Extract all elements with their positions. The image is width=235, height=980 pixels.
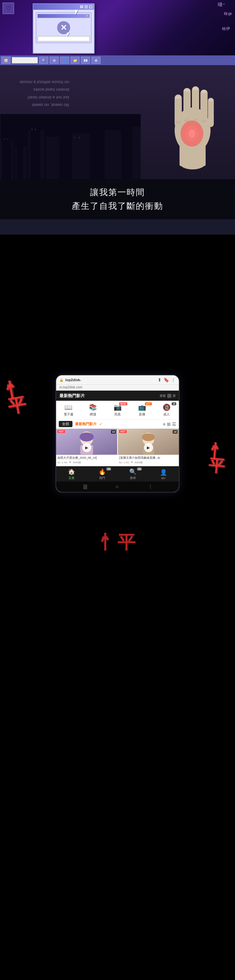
start-icon: 🪟 [4,59,8,62]
manga-section: No sweat, no sweet but not a broken hear… [0,65,235,235]
heart-icon: ♡ [6,5,11,12]
site-nav-icons: ≡≡ ⊞ ≡ [160,393,176,399]
home-icon: 🏠 [68,468,75,475]
window-content: ✕ ✕ [33,10,94,53]
minimize-button[interactable]: _ [80,5,83,9]
android-recent-btn[interactable]: ||| [83,484,87,490]
mirrored-line-3: broken hand works [19,86,69,93]
taskbar-icon-1[interactable]: 🔍 [39,57,48,64]
wm-right-char2: 平 [208,458,225,474]
category-photo[interactable]: NEW! 📷 寫真 [105,403,129,417]
svg-rect-13 [133,127,141,179]
folder-icon: 📁 [73,59,77,62]
taskbar: 🪟 🔍 ⊞ 🌐 📁 📧 🖥 [0,56,235,65]
bookmark-icon[interactable]: 🔖 [163,377,169,382]
svg-rect-15 [7,138,8,140]
list-view-icon[interactable]: ≡ [163,422,165,427]
hot-badge-live: HOT [145,402,152,405]
video-title-1: 如照大尺度合播_2020_08_14] [58,456,116,460]
cursor-arrow-2 [67,33,70,37]
adult-icon: 🔞 [163,403,171,411]
desktop-section: 噠~ 咔伊 咔伊 ♡ _ □ ✕ ✕ ✕ [0,0,235,65]
nav-home[interactable]: 🏠 主頁 [56,468,87,480]
maximize-button[interactable]: □ [84,5,88,9]
category-row: 📖 電子書 📚 網漫 NEW! 📷 寫真 HOT 📺 直播 [56,401,179,420]
chinese-line-2: 產生了自我了斷的衝動 [26,199,209,213]
svg-point-39 [209,99,213,101]
category-adult[interactable]: 18 🔞 成人 [154,403,179,417]
taskbar-search[interactable] [12,57,38,64]
desktop-icon: ♡ [3,3,14,14]
menu-view-icon[interactable]: ☰ [172,422,176,427]
url-bar[interactable] [38,36,90,41]
search-icon: 🔍 [42,59,46,62]
view-count-2: 4066個 [134,461,143,464]
svg-point-37 [193,87,198,90]
black-space-1 [0,235,235,365]
svg-rect-17 [35,129,36,130]
float-text-1: 噠~ [218,1,225,8]
my-label: MY [161,477,166,480]
video-title-2: [直播主果汁如照現象線直播...to [119,456,177,460]
category-manga[interactable]: 📚 網漫 [81,403,105,417]
phone-mockup: 🔒 top2disk- ⬆ 🔖 ⋮ m.top2disk.com 最新熱門影片 … [56,375,179,493]
filter-all-tab[interactable]: 全部 [59,421,72,427]
svg-point-34 [201,120,206,123]
video-item-1[interactable]: HOT 18 ▶ 如照大尺度合播_2020_08_14] BJ 1.4G 👁 4… [56,429,117,466]
phone-section: 忄 平 忄 平 🔒 top2disk- ⬆ 🔖 ⋮ m.top2disk.com… [0,365,235,499]
video-item-2[interactable]: HOT 18 ▶ [直播主果汁如照現象線直播...to BJ 1.4G 👁 40… [118,429,179,466]
nav-my[interactable]: 👤 MY [148,469,179,480]
float-text-3: 咔伊 [222,26,230,32]
android-back-btn[interactable]: 〈 [147,484,152,490]
menu-icon[interactable]: ⋮ [171,377,176,382]
svg-rect-18 [74,137,75,138]
browser-address-bar[interactable]: 🔒 top2disk- ⬆ 🔖 ⋮ [56,375,179,385]
nav-search[interactable]: 18 🔍 搜尋 [117,468,148,480]
svg-point-36 [184,89,190,92]
menu-lines-icon[interactable]: ≡ [173,393,176,399]
video-size-2: 1.4G [123,461,129,464]
cursor-arrow-1 [75,10,78,15]
manga-icon: 📚 [89,403,97,411]
nav-hot[interactable]: 18 🔥 熱門 [87,468,117,480]
taskbar-icon-2[interactable]: ⊞ [50,57,59,64]
new-badge: NEW! [119,402,127,405]
mirrored-text: No sweat, no sweet but not a broken hear… [19,78,69,109]
hot-nav-icon: 🔥 [99,468,106,475]
category-ebook[interactable]: 📖 電子書 [56,403,81,417]
grid-icon[interactable]: ⊞ [167,393,171,399]
taskbar-icon-5[interactable]: 📧 [81,57,90,64]
taskbar-icon-3[interactable]: 🌐 [60,57,69,64]
hand-illustration [157,68,229,173]
share-icon[interactable]: ⬆ [158,377,161,382]
hot-badge-1: HOT [58,430,65,433]
taskbar-icon-4[interactable]: 📁 [70,57,80,64]
svg-point-31 [176,121,181,124]
close-button[interactable]: ✕ [89,5,93,9]
adult-label: 成人 [163,412,170,417]
taskbar-start[interactable]: 🪟 [1,57,10,64]
inner-window: ✕ ✕ [36,13,91,43]
svg-rect-14 [3,138,5,140]
inner-close-btn[interactable]: ✕ [85,14,89,18]
play-button-2[interactable]: ▶ [144,443,153,452]
lock-icon: 🔒 [59,378,63,382]
search-nav-icon: 🔍 [129,468,136,475]
category-live[interactable]: HOT 📺 直播 [130,403,154,417]
checkmark-icon: ✓ [99,422,102,426]
watermark-left: 忄 平 [4,380,27,415]
android-home-btn[interactable]: ○ [115,484,118,490]
city-silhouette [0,114,141,179]
wm-bottom-char1: 忄平 [99,532,136,552]
grid-list-icon[interactable]: ≡≡ [160,393,166,399]
hot-badge-2: HOT [119,430,126,433]
inner-titlebar: ✕ [38,14,90,18]
svg-rect-9 [72,134,90,179]
chinese-text-area: 讓我第一時間 產生了自我了斷的衝動 [0,179,235,219]
taskbar-icon-6[interactable]: 🖥 [91,57,101,64]
grid-view-icon[interactable]: ⊞ [167,422,171,427]
browser-subdomain: m.top2disk.com [56,385,179,391]
play-button-1[interactable]: ▶ [82,443,91,452]
video-author-2: BJ [119,461,122,464]
bottom-watermark: 忄平 [99,530,136,555]
